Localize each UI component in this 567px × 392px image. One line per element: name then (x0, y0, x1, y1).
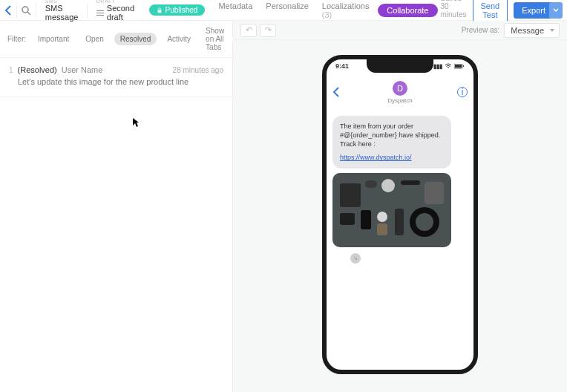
chevron-down-icon (553, 8, 559, 13)
info-icon[interactable]: i (457, 87, 468, 97)
sender-name: Dyspatch (387, 97, 412, 104)
wifi-icon (445, 63, 452, 69)
published-label: Published (165, 6, 198, 14)
signal-icon: ▮▮▮ (433, 63, 442, 70)
svg-rect-2 (157, 10, 161, 13)
message-type-block: SMS SMS message (41, 0, 83, 22)
svg-line-1 (27, 12, 30, 15)
sender-block[interactable]: D Dyspatch (387, 81, 412, 104)
comment-user: User Name (62, 65, 103, 74)
read-receipt-icon: ↘ (350, 253, 361, 264)
collaborate-button[interactable]: Collaborate (378, 4, 437, 17)
status-icons: ▮▮▮ (433, 62, 465, 70)
chip-important[interactable]: Important (32, 33, 75, 45)
published-badge: Published (149, 4, 206, 16)
avatar: D (393, 81, 407, 96)
battery-icon (454, 64, 465, 69)
phone-time: 9:41 (335, 62, 349, 70)
comment-item[interactable]: 1 (Resolved) User Name 28 minutes ago Le… (0, 58, 232, 97)
export-caret[interactable] (549, 2, 563, 19)
tab-localizations[interactable]: Localizations (3) (322, 1, 370, 19)
message-type-title: SMS message (45, 4, 79, 22)
back-button[interactable] (4, 1, 12, 19)
phone-preview: 9:41 ▮▮▮ (322, 55, 478, 374)
comment-time: 28 minutes ago (173, 66, 223, 74)
svg-point-0 (22, 7, 28, 13)
undo-button[interactable]: ↶ (240, 24, 257, 37)
chip-activity[interactable]: Activity (161, 33, 197, 45)
svg-rect-5 (463, 65, 464, 67)
draft-block[interactable]: DRAFT Second draft (92, 0, 139, 22)
comment-body: Let's update this image for the new prod… (9, 77, 223, 86)
lock-icon (157, 7, 163, 13)
menu-icon (96, 10, 104, 16)
chip-resolved[interactable]: Resolved (114, 33, 157, 45)
comment-status: (Resolved) (18, 65, 57, 74)
preview-as-select[interactable]: Message (504, 23, 560, 38)
send-test-button[interactable]: Send Test (473, 0, 508, 23)
show-all-label: Show on All Tabs (206, 27, 224, 51)
redo-icon: ↷ (265, 25, 272, 35)
preview-as-label: Preview as: (462, 26, 500, 34)
phone-back-button[interactable] (332, 86, 340, 98)
tab-metadata[interactable]: Metadata (218, 1, 252, 19)
phone-notch (367, 59, 433, 73)
draft-title: Second draft (107, 4, 134, 22)
tab-count: (3) (322, 10, 332, 19)
message-text: The item from your order #@{order_number… (340, 122, 444, 148)
cursor-icon (132, 117, 140, 128)
redo-button[interactable]: ↷ (260, 24, 276, 37)
chip-open[interactable]: Open (79, 33, 109, 45)
message-image (332, 173, 451, 247)
message-link[interactable]: https://www.dyspatch.io/ (340, 154, 412, 161)
filter-label: Filter: (7, 35, 26, 43)
svg-rect-4 (455, 65, 462, 68)
export-button[interactable]: Export (514, 2, 554, 19)
tab-label: Localizations (322, 1, 370, 10)
undo-icon: ↶ (246, 25, 252, 35)
search-icon[interactable] (21, 1, 31, 19)
comment-index: 1 (9, 66, 13, 74)
message-bubble: The item from your order #@{order_number… (332, 116, 451, 169)
tab-personalize[interactable]: Personalize (266, 1, 308, 19)
